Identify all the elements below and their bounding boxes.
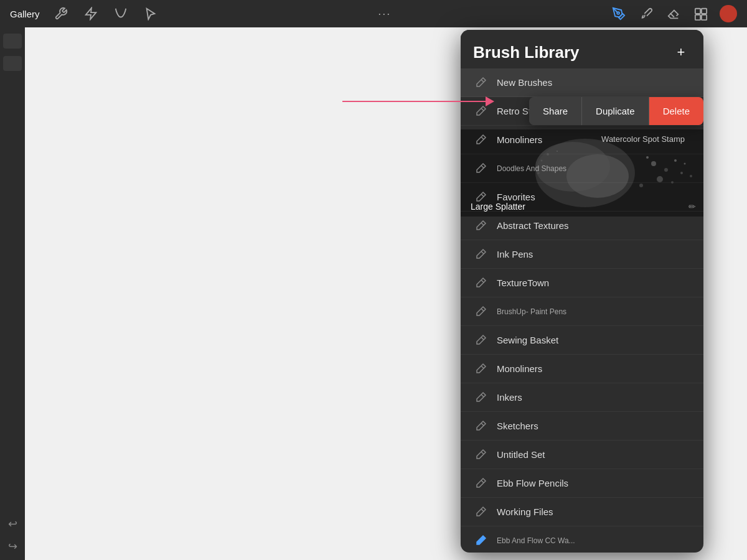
- delete-button[interactable]: Delete: [649, 97, 703, 125]
- brush-item-icon: [473, 304, 488, 319]
- share-button[interactable]: Share: [529, 97, 582, 125]
- brush-item-icon: [473, 333, 488, 348]
- left-sidebar: ↩ ↪: [0, 27, 25, 560]
- annotation-arrow: [342, 96, 494, 106]
- brush-item-icon: [473, 362, 488, 376]
- brush-item-name: Untitled Set: [497, 449, 545, 460]
- panel-add-button[interactable]: +: [671, 42, 691, 62]
- brush-item-icon: [473, 247, 488, 262]
- sidebar-undo-arrow[interactable]: ↩: [3, 516, 22, 531]
- brush-list-item[interactable]: Inkers: [461, 383, 703, 412]
- brush-item-icon: [473, 419, 488, 434]
- toolbar-center: ···: [378, 7, 391, 21]
- brush-icon[interactable]: [637, 5, 655, 22]
- brush-item-name: Sewing Basket: [497, 335, 558, 345]
- selection-icon[interactable]: [142, 5, 159, 22]
- sidebar-redo[interactable]: [3, 56, 22, 71]
- svg-rect-3: [702, 9, 707, 14]
- eraser-icon[interactable]: [665, 5, 682, 22]
- brush-item-name: Working Files: [497, 506, 553, 517]
- brush-item-name: TextureTown: [497, 278, 549, 288]
- curve-icon[interactable]: [112, 5, 129, 22]
- context-menu-options: Share Duplicate Delete: [529, 97, 703, 125]
- svg-rect-2: [695, 9, 700, 14]
- brush-item-name: Ink Pens: [497, 249, 533, 259]
- three-dots-menu[interactable]: ···: [378, 7, 391, 21]
- svg-rect-5: [702, 15, 707, 20]
- svg-rect-4: [695, 15, 700, 20]
- toolbar-right: [610, 5, 737, 22]
- layers-icon[interactable]: [692, 5, 710, 22]
- brush-list-item[interactable]: Sketchers: [461, 412, 703, 441]
- brush-item-icon: [473, 476, 488, 491]
- brush-list-item[interactable]: Monoliners: [461, 126, 703, 154]
- brush-item-icon: [473, 190, 488, 205]
- brush-item-name: New Brushes: [497, 77, 552, 88]
- brush-item-icon: [473, 161, 488, 176]
- brush-list-item[interactable]: Abstract Textures: [461, 212, 703, 240]
- brush-list-item[interactable]: Doodles And Shapes: [461, 154, 703, 183]
- brush-item-name: Doodles And Shapes: [497, 164, 566, 173]
- brush-item-name: Ebb And Flow CC Wa...: [497, 536, 575, 545]
- brush-list-item[interactable]: Ebb And Flow CC Wa...: [461, 526, 703, 553]
- brush-library-panel: Brush Library + Share Duplicate Delete: [461, 30, 703, 553]
- svg-marker-0: [85, 8, 96, 19]
- brush-item-icon: [473, 533, 488, 548]
- pen-nib-icon[interactable]: [610, 5, 627, 22]
- brush-list-item[interactable]: Sewing Basket: [461, 326, 703, 355]
- panel-header: Brush Library +: [461, 30, 703, 71]
- brush-list-item[interactable]: Working Files: [461, 498, 703, 526]
- wrench-icon[interactable]: [52, 5, 70, 22]
- brush-item-name: Monoliners: [497, 363, 542, 374]
- brush-item-icon: [473, 505, 488, 520]
- context-menu: Share Duplicate Delete: [461, 97, 703, 125]
- top-toolbar: Gallery ···: [0, 0, 747, 27]
- brush-item-name: Monoliners: [497, 134, 542, 145]
- brush-item-icon: [473, 276, 488, 291]
- duplicate-button[interactable]: Duplicate: [582, 97, 649, 125]
- brush-item-icon: [473, 75, 488, 90]
- brush-list-item[interactable]: Ink Pens: [461, 240, 703, 269]
- panel-title: Brush Library: [473, 43, 580, 62]
- brush-item-icon: [473, 133, 488, 147]
- brush-list-item[interactable]: Ebb Flow Pencils: [461, 469, 703, 498]
- brush-item-name: Abstract Textures: [497, 220, 569, 231]
- brush-list-item[interactable]: Monoliners: [461, 355, 703, 383]
- brush-list-item[interactable]: BrushUp- Paint Pens: [461, 297, 703, 326]
- brush-item-name: Ebb Flow Pencils: [497, 478, 568, 488]
- sidebar-undo[interactable]: [3, 34, 22, 49]
- svg-point-1: [617, 12, 619, 14]
- brush-list-item[interactable]: New Brushes: [461, 68, 703, 97]
- brush-item-name: Favorites: [497, 192, 535, 202]
- sidebar-redo-arrow[interactable]: ↪: [3, 539, 22, 554]
- brush-list-item[interactable]: Favorites: [461, 183, 703, 212]
- brush-item-name: Sketchers: [497, 421, 538, 431]
- brush-item-name: Inkers: [497, 392, 522, 403]
- brush-item-icon: [473, 390, 488, 405]
- brush-item-icon: [473, 218, 488, 233]
- brush-list-item[interactable]: Untitled Set: [461, 441, 703, 469]
- lightning-icon[interactable]: [82, 5, 100, 22]
- brush-item-icon: [473, 447, 488, 462]
- brush-list: New Brushes Retro Stamps Monoliners Dood…: [461, 68, 703, 553]
- brush-item-name: BrushUp- Paint Pens: [497, 307, 566, 316]
- toolbar-left: Gallery: [10, 5, 159, 22]
- user-avatar[interactable]: [720, 5, 737, 22]
- brush-list-item[interactable]: TextureTown: [461, 269, 703, 297]
- gallery-button[interactable]: Gallery: [10, 9, 40, 19]
